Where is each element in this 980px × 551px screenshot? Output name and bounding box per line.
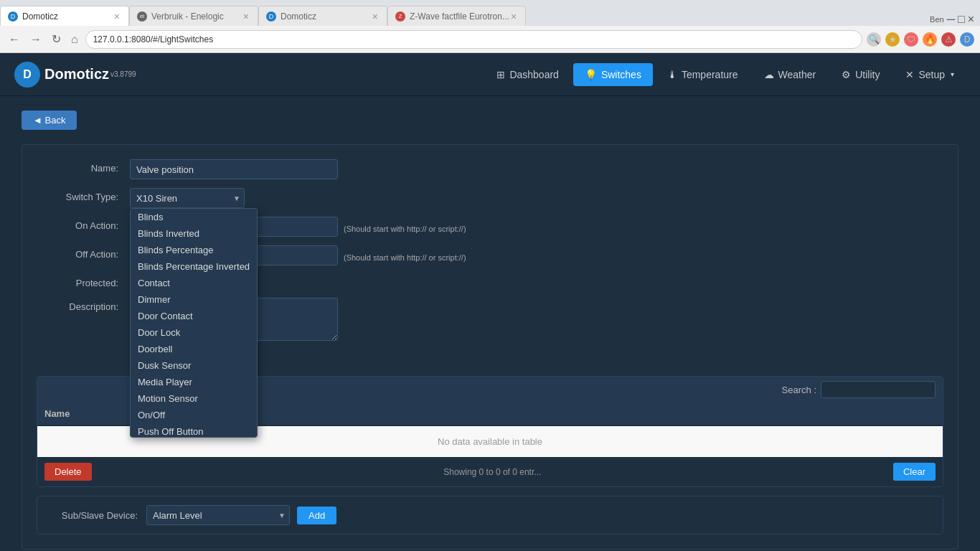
nav-label-utility: Utility [855,69,880,80]
table-footer-right: Clear [893,463,936,481]
back-nav-button[interactable]: ← [6,32,23,47]
logo-version: v3.8799 [110,70,136,78]
add-select-wrapper: Alarm Level ▼ [146,505,290,525]
dropdown-item-motion-sensor[interactable]: Motion Sensor [131,390,257,407]
home-button[interactable]: ⌂ [68,32,81,47]
extension-icon-3[interactable]: ⚠ [941,32,956,47]
on-action-label: On Action: [37,217,130,231]
temperature-icon: 🌡 [667,69,677,80]
switch-type-dropdown: Blinds Blinds Inverted Blinds Percentage… [130,208,258,438]
address-bar[interactable] [85,30,862,49]
table-footer-left: Delete [44,463,92,481]
tab-favicon-1: D [8,11,18,22]
forward-nav-button[interactable]: → [27,32,44,47]
dropdown-item-dusk-sensor[interactable]: Dusk Sensor [131,357,257,374]
dropdown-item-blinds[interactable]: Blinds [131,209,257,225]
add-subslave-select[interactable]: Alarm Level [146,505,290,525]
nav-label-weather: Weather [778,69,816,80]
dropdown-item-onoff[interactable]: On/Off [131,407,257,423]
switch-type-control: X10 Siren ▼ Blinds Blinds Inverted Blind… [130,188,489,208]
maximize-button[interactable]: □ [958,13,965,26]
nav-item-setup[interactable]: ✕ Setup ▾ [894,63,966,86]
add-subslave-label: Sub/Slave Device: [52,510,138,521]
tab-bar: D Domoticz × el Verbruik - Enelogic × D … [0,0,980,26]
tab-close-1[interactable]: × [113,11,121,22]
weather-icon: ☁ [764,69,774,80]
delete-button[interactable]: Delete [44,463,92,481]
tab-close-2[interactable]: × [242,11,250,22]
extension-icon-4[interactable]: D [960,32,974,47]
form-row-name: Name: [37,159,943,179]
page-content: ◄ Back Name: Switch Type: X10 Siren [0,96,980,551]
tab-enelogic[interactable]: el Verbruik - Enelogic × [129,6,258,26]
dashboard-icon: ⊞ [496,69,505,80]
form-panel: Name: Switch Type: X10 Siren ▼ [22,144,958,550]
nav-label-temperature: Temperature [682,69,738,80]
switches-icon: 💡 [585,69,597,80]
dropdown-item-push-off[interactable]: Push Off Button [131,423,257,438]
description-label: Description: [37,298,130,312]
switch-type-select-wrapper: X10 Siren ▼ [130,188,245,208]
close-window-button[interactable]: × [968,13,974,26]
main-nav: ⊞ Dashboard 💡 Switches 🌡 Temperature ☁ W… [485,63,966,86]
dropdown-item-blinds-pct[interactable]: Blinds Percentage [131,242,257,258]
nav-label-switches: Switches [601,69,641,80]
nav-label-setup: Setup [918,69,945,80]
showing-text: Showing 0 to 0 of 0 entr... [443,467,541,477]
dropdown-item-blinds-inverted[interactable]: Blinds Inverted [131,225,257,242]
tab-spacer [526,6,924,26]
refresh-button[interactable]: ↻ [49,31,64,47]
tab-close-3[interactable]: × [371,11,380,22]
extension-icon-2[interactable]: 🔥 [923,32,937,47]
table-footer-center: Showing 0 to 0 of 0 entr... [443,467,541,477]
add-button[interactable]: Add [297,507,336,524]
browser-icons: 🔍 ★ 🛡 🔥 ⚠ D [867,32,974,47]
form-row-switch-type: Switch Type: X10 Siren ▼ Blinds Blinds I… [37,188,943,208]
logo-text: Domoticz [44,66,109,83]
protected-label: Protected: [37,274,130,288]
nav-item-switches[interactable]: 💡 Switches [573,63,653,86]
tab-favicon-4: Z [395,11,405,22]
name-label: Name: [37,159,130,174]
name-input[interactable] [130,159,338,179]
search-input[interactable] [821,381,936,398]
name-control [130,159,489,179]
tab-close-4[interactable]: × [509,11,518,22]
minimize-button[interactable]: ─ [947,13,955,26]
bookmark-icon[interactable]: ★ [885,32,900,47]
dropdown-item-door-lock[interactable]: Door Lock [131,324,257,341]
dropdown-item-door-contact[interactable]: Door Contact [131,308,257,324]
nav-label-dashboard: Dashboard [509,69,559,80]
tab-title-2: Verbruik - Enelogic [151,11,224,22]
tab-zwave[interactable]: Z Z-Wave factfile Eurotron... × [387,6,526,26]
tab-favicon-2: el [137,11,147,22]
address-bar-row: ← → ↻ ⌂ 🔍 ★ 🛡 🔥 ⚠ D [0,26,980,53]
extension-icon-1[interactable]: 🛡 [904,32,918,47]
table-footer: Delete Showing 0 to 0 of 0 entr... Clear [37,457,943,486]
dropdown-item-blinds-pct-inv[interactable]: Blinds Percentage Inverted [131,258,257,275]
window-user: Ben [930,15,944,24]
nav-item-dashboard[interactable]: ⊞ Dashboard [485,63,570,86]
switch-type-label: Switch Type: [37,188,130,202]
dropdown-item-dimmer[interactable]: Dimmer [131,291,257,308]
tab-domoticz-1[interactable]: D Domoticz × [0,6,129,26]
logo-icon: D [14,62,40,88]
nav-item-utility[interactable]: ⚙ Utility [830,63,891,86]
setup-icon: ✕ [905,69,914,80]
dropdown-item-media-player[interactable]: Media Player [131,374,257,390]
back-button[interactable]: ◄ Back [22,110,77,130]
window-controls: Ben ─ □ × [924,13,980,26]
dropdown-item-doorbell[interactable]: Doorbell [131,341,257,357]
clear-button[interactable]: Clear [893,463,936,481]
app-logo: D Domoticz v3.8799 [14,62,136,88]
tab-domoticz-2[interactable]: D Domoticz × [258,6,387,26]
tab-title-3: Domoticz [281,11,316,22]
tab-title-1: Domoticz [22,11,58,22]
search-icon[interactable]: 🔍 [867,32,881,47]
nav-item-temperature[interactable]: 🌡 Temperature [656,63,750,86]
nav-item-weather[interactable]: ☁ Weather [753,63,828,86]
off-action-label: Off Action: [37,245,130,260]
dropdown-list: Blinds Blinds Inverted Blinds Percentage… [130,208,258,438]
dropdown-item-contact[interactable]: Contact [131,275,257,291]
switch-type-select[interactable]: X10 Siren [130,188,245,208]
